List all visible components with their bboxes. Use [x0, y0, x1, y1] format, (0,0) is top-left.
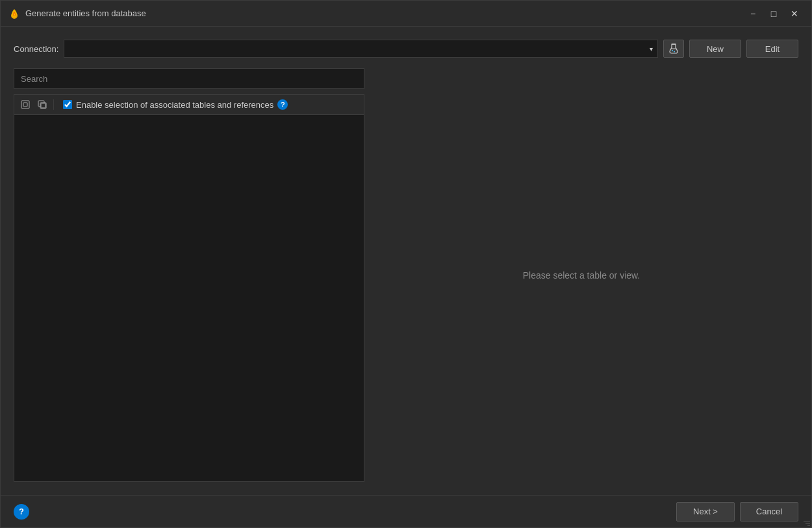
flask-icon	[668, 44, 679, 54]
bottom-left: ?	[14, 504, 29, 520]
main-window: Generate entities from database − □ ✕ Co…	[0, 0, 812, 528]
bottom-bar: ? Next > Cancel	[1, 495, 811, 527]
help-icon[interactable]: ?	[277, 99, 288, 110]
expand-icon	[38, 100, 47, 109]
cancel-button[interactable]: Cancel	[740, 502, 798, 522]
enable-checkbox-row: Enable selection of associated tables an…	[63, 99, 288, 110]
table-tree[interactable]	[14, 114, 364, 482]
placeholder-text: Please select a table or view.	[523, 270, 641, 281]
connection-row: Connection: ▾ New Edit	[14, 40, 798, 58]
bottom-right: Next > Cancel	[676, 502, 798, 522]
connection-label: Connection:	[14, 44, 58, 54]
expand-all-button[interactable]	[35, 97, 49, 112]
title-bar: Generate entities from database − □ ✕	[1, 1, 811, 27]
next-button[interactable]: Next >	[676, 502, 735, 522]
resize-line-3	[807, 525, 810, 526]
svg-rect-6	[23, 103, 27, 107]
enable-selection-label: Enable selection of associated tables an…	[76, 100, 273, 110]
test-connection-button[interactable]	[663, 40, 684, 58]
minimize-button[interactable]: −	[744, 5, 762, 23]
left-panel: Enable selection of associated tables an…	[14, 68, 364, 482]
resize-line-2	[806, 523, 810, 524]
connection-dropdown-wrapper: ▾	[64, 40, 658, 58]
svg-point-3	[672, 50, 673, 51]
window-title: Generate entities from database	[25, 8, 744, 18]
resize-lines	[804, 522, 810, 526]
svg-rect-5	[21, 101, 29, 108]
search-input[interactable]	[14, 68, 364, 89]
maximize-button[interactable]: □	[765, 5, 783, 23]
enable-selection-checkbox[interactable]	[63, 100, 72, 109]
toolbar-separator	[53, 99, 54, 110]
right-panel: Please select a table or view.	[364, 68, 798, 482]
window-controls: − □ ✕	[744, 5, 804, 23]
content-area: Enable selection of associated tables an…	[14, 68, 798, 482]
table-toolbar: Enable selection of associated tables an…	[14, 94, 364, 114]
resize-line-1	[804, 522, 810, 522]
collapse-all-button[interactable]	[18, 97, 32, 112]
main-content: Connection: ▾ New Edit	[1, 27, 811, 495]
resize-grip[interactable]	[801, 517, 811, 527]
svg-point-4	[674, 51, 675, 53]
edit-connection-button[interactable]: Edit	[746, 40, 798, 58]
help-button[interactable]: ?	[14, 504, 29, 520]
app-icon	[8, 8, 20, 19]
collapse-icon	[21, 100, 30, 109]
close-button[interactable]: ✕	[785, 5, 804, 23]
new-connection-button[interactable]: New	[689, 40, 741, 58]
connection-select[interactable]	[64, 40, 658, 58]
